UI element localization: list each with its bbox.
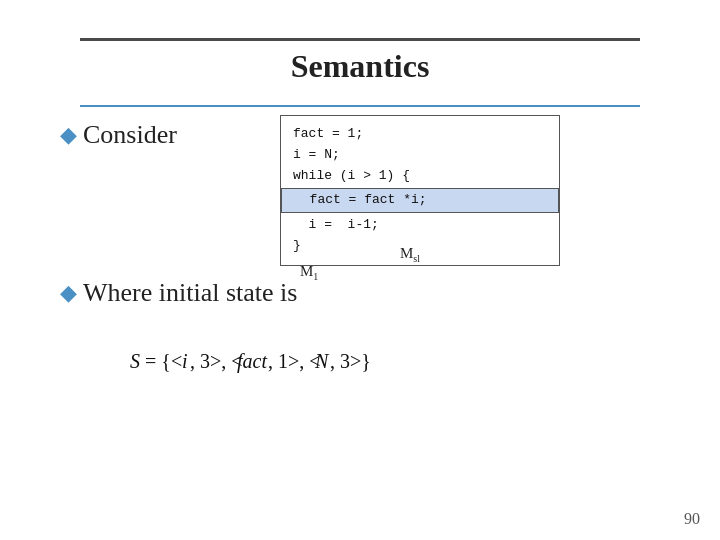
svg-text:S: S [130, 350, 140, 372]
slide-title: Semantics [0, 48, 720, 85]
consider-bullet: ◆ [60, 122, 77, 148]
where-section: ◆ Where initial state is [60, 278, 297, 308]
formula-display: S = {< i , 3>, < fact , 1>, < N , 3>} [80, 340, 640, 380]
code-line-2: i = N; [293, 145, 547, 166]
slide: Semantics ◆ Consider fact = 1; i = N; wh… [0, 0, 720, 540]
code-line-1: fact = 1; [293, 124, 547, 145]
consider-label: Consider [83, 120, 177, 150]
m1-label: M1 [300, 263, 318, 282]
code-line-4: fact = fact *i; [294, 190, 546, 211]
svg-text:, 3>}: , 3>} [330, 350, 371, 372]
where-label: Where initial state is [83, 278, 297, 308]
code-highlight-box: fact = fact *i; [281, 188, 559, 213]
top-decorative-line [80, 38, 640, 41]
title-underline [80, 105, 640, 107]
code-line-3: while (i > 1) { [293, 166, 547, 187]
page-number: 90 [684, 510, 700, 528]
consider-section: ◆ Consider [60, 120, 177, 150]
svg-text:, 1>,  <: , 1>, < [268, 350, 321, 372]
where-bullet: ◆ [60, 280, 77, 306]
svg-text:fact: fact [237, 350, 267, 373]
svg-text:i: i [182, 350, 188, 372]
svg-text:N: N [314, 350, 330, 372]
code-line-5: i = i-1; [293, 215, 547, 236]
svg-text:= {<: = {< [145, 350, 182, 372]
msl-label: Msl [400, 245, 420, 264]
formula-section: S = {< i , 3>, < fact , 1>, < N , 3>} [80, 330, 640, 380]
formula-svg: S = {< i , 3>, < fact , 1>, < N , 3>} [120, 340, 600, 380]
code-block: fact = 1; i = N; while (i > 1) { fact = … [280, 115, 560, 266]
svg-text:, 3>,  <: , 3>, < [190, 350, 243, 372]
